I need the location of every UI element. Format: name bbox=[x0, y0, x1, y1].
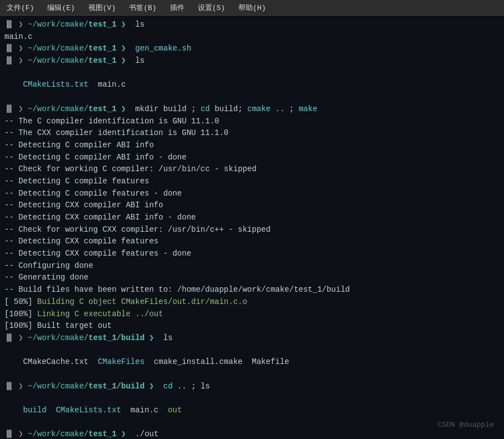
menu-settings[interactable]: 设置(S) bbox=[196, 2, 227, 14]
prompt-arrow1: ❯ bbox=[14, 19, 28, 31]
terminal-line: -- Detecting CXX compile features - done bbox=[4, 248, 500, 260]
terminal-line: -- Detecting C compile features - done bbox=[4, 188, 500, 200]
terminal-line: -- Detecting CXX compile features bbox=[4, 236, 500, 248]
terminal-line: -- Detecting C compiler ABI info bbox=[4, 139, 500, 152]
terminal-line: -- Build files have been written to: /ho… bbox=[4, 284, 500, 296]
terminal-line: -- Detecting CXX compiler ABI info bbox=[4, 199, 500, 212]
menu-plugins[interactable]: 插件 bbox=[168, 2, 187, 14]
terminal-line: ▐▌ ❯ ~/work/cmake/test_1 ❯ ls bbox=[4, 55, 500, 67]
prompt-folder: test_1 bbox=[88, 19, 116, 31]
terminal-line: -- Generating done bbox=[4, 272, 500, 284]
terminal-line: ▐▌ ❯ ~/work/cmake/test_1 ❯ gen_cmake.sh bbox=[4, 43, 500, 55]
terminal-line: -- Detecting C compiler ABI info - done bbox=[4, 152, 500, 164]
menubar: 文件(F) 编辑(E) 视图(V) 书签(B) 插件 设置(S) 帮助(H) bbox=[0, 0, 504, 16]
terminal-line: -- Detecting CXX compiler ABI info - don… bbox=[4, 212, 500, 224]
terminal-line: ▐▌ ❯ ~/work/cmake/test_1 ❯ ls bbox=[4, 19, 500, 31]
terminal-line: -- Check for working C compiler: /usr/bi… bbox=[4, 163, 500, 176]
terminal-line: build CMakeLists.txt main.c out bbox=[4, 392, 500, 428]
terminal-line: -- Detecting C compile features bbox=[4, 176, 500, 188]
terminal-line: [100%] Built target out bbox=[4, 320, 500, 332]
terminal-line: -- The CXX compiler identification is GN… bbox=[4, 127, 500, 139]
terminal-line: CMakeLists.txt main.c bbox=[4, 67, 500, 103]
terminal-line: -- Configuring done bbox=[4, 260, 500, 272]
terminal-line: main.c bbox=[4, 31, 500, 43]
menu-help[interactable]: 帮助(H) bbox=[236, 2, 268, 14]
cmd-ls1: ls bbox=[131, 19, 144, 31]
terminal-line: -- Check for working CXX compiler: /usr/… bbox=[4, 224, 500, 236]
terminal-line: ▐▌ ❯ ~/work/cmake/test_1 ❯ mkdir build ;… bbox=[4, 103, 500, 116]
terminal[interactable]: ▐▌ ❯ ~/work/cmake/test_1 ❯ ls main.c ▐▌ … bbox=[0, 16, 504, 439]
terminal-line: ▐▌ ❯ ~/work/cmake/test_1/build ❯ cd .. ;… bbox=[4, 381, 500, 393]
menu-file[interactable]: 文件(F) bbox=[4, 2, 36, 14]
menu-edit[interactable]: 编辑(E) bbox=[45, 2, 77, 14]
prompt-bracket: ❯ bbox=[117, 19, 131, 31]
terminal-line: [100%] Linking C executable ../out bbox=[4, 308, 500, 321]
terminal-line: [ 50%] Building C object CMakeFiles/out.… bbox=[4, 296, 500, 308]
prompt-icon: ▐▌ bbox=[4, 19, 14, 31]
terminal-line: ▐▌ ❯ ~/work/cmake/test_1 ❯ ./out bbox=[4, 428, 500, 439]
prompt-path: ~/work/cmake/ bbox=[28, 19, 88, 31]
menu-view[interactable]: 视图(V) bbox=[86, 2, 118, 14]
terminal-line: CMakeCache.txt CMakeFiles cmake_install.… bbox=[4, 345, 500, 381]
terminal-line: ▐▌ ❯ ~/work/cmake/test_1/build ❯ ls bbox=[4, 332, 500, 345]
terminal-line: -- The C compiler identification is GNU … bbox=[4, 116, 500, 128]
watermark: CSDN @duapple bbox=[438, 421, 494, 429]
menu-bookmarks[interactable]: 书签(B) bbox=[127, 2, 158, 14]
